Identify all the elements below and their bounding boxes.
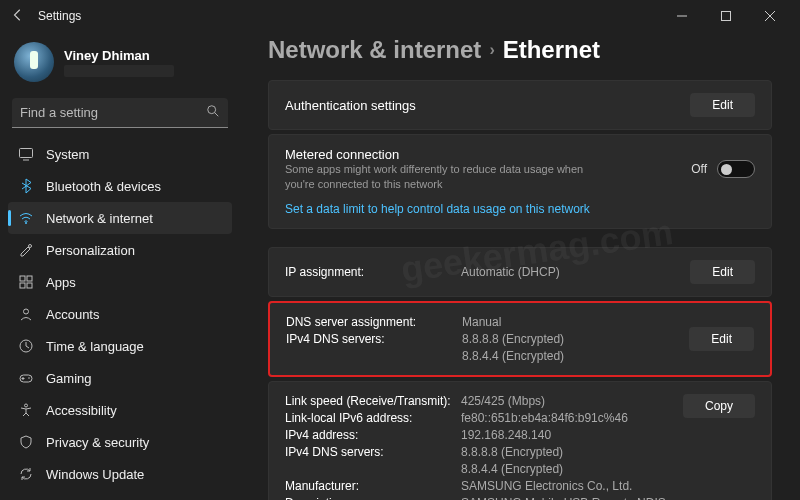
sidebar-item-label: Accounts <box>46 307 99 322</box>
detail-value: 192.168.248.140 <box>461 428 683 442</box>
svg-rect-12 <box>20 283 25 288</box>
detail-key: Manufacturer: <box>285 479 455 493</box>
time-icon <box>18 338 34 354</box>
privacy-icon <box>18 434 34 450</box>
svg-rect-10 <box>20 276 25 281</box>
auth-label: Authentication settings <box>285 98 416 113</box>
auth-edit-button[interactable]: Edit <box>690 93 755 117</box>
search-box[interactable] <box>12 98 228 128</box>
window-title: Settings <box>38 9 81 23</box>
sidebar: Viney Dhiman SystemBluetooth & devicesNe… <box>0 32 240 500</box>
wifi-icon <box>18 210 34 226</box>
svg-point-18 <box>25 404 28 407</box>
sidebar-item-gaming[interactable]: Gaming <box>8 362 232 394</box>
sidebar-item-wifi[interactable]: Network & internet <box>8 202 232 234</box>
sidebar-nav: SystemBluetooth & devicesNetwork & inter… <box>8 138 232 492</box>
svg-rect-13 <box>27 283 32 288</box>
sidebar-item-label: Gaming <box>46 371 92 386</box>
details-card: Link speed (Receive/Transmit):425/425 (M… <box>268 381 772 500</box>
update-icon <box>18 466 34 482</box>
metered-card: Metered connection Some apps might work … <box>268 134 772 229</box>
search-icon <box>206 104 220 121</box>
detail-key: Link-local IPv6 address: <box>285 411 455 425</box>
maximize-button[interactable] <box>704 0 748 32</box>
sidebar-item-bluetooth[interactable]: Bluetooth & devices <box>8 170 232 202</box>
apps-icon <box>18 274 34 290</box>
sidebar-item-label: Accessibility <box>46 403 117 418</box>
detail-key <box>285 462 455 476</box>
detail-value: 8.8.8.8 (Encrypted) <box>461 445 683 459</box>
dns-assignment-value: Manual <box>462 315 689 329</box>
profile-sub <box>64 65 174 77</box>
system-icon <box>18 146 34 162</box>
personalization-icon <box>18 242 34 258</box>
svg-rect-1 <box>722 12 731 21</box>
data-limit-link[interactable]: Set a data limit to help control data us… <box>285 202 590 216</box>
profile-name: Viney Dhiman <box>64 48 174 63</box>
sidebar-item-update[interactable]: Windows Update <box>8 458 232 490</box>
minimize-button[interactable] <box>660 0 704 32</box>
sidebar-item-apps[interactable]: Apps <box>8 266 232 298</box>
detail-value: 8.8.4.4 (Encrypted) <box>461 462 683 476</box>
svg-point-8 <box>25 222 27 224</box>
breadcrumb-parent[interactable]: Network & internet <box>268 36 481 64</box>
sidebar-item-accounts[interactable]: Accounts <box>8 298 232 330</box>
ip-edit-button[interactable]: Edit <box>690 260 755 284</box>
detail-key: Description: <box>285 496 455 500</box>
sidebar-item-label: Apps <box>46 275 76 290</box>
detail-key: Link speed (Receive/Transmit): <box>285 394 455 408</box>
profile-block[interactable]: Viney Dhiman <box>8 38 232 92</box>
sidebar-item-personalization[interactable]: Personalization <box>8 234 232 266</box>
ip-key: IP assignment: <box>285 265 455 279</box>
metered-label: Metered connection <box>285 147 605 162</box>
dns-card: DNS server assignment: Manual IPv4 DNS s… <box>268 301 772 377</box>
gaming-icon <box>18 370 34 386</box>
detail-value: fe80::651b:eb4a:84f6:b91c%46 <box>461 411 683 425</box>
close-button[interactable] <box>748 0 792 32</box>
metered-desc: Some apps might work differently to redu… <box>285 162 605 192</box>
sidebar-item-privacy[interactable]: Privacy & security <box>8 426 232 458</box>
dns-edit-button[interactable]: Edit <box>689 327 754 351</box>
auth-card: Authentication settings Edit <box>268 80 772 130</box>
accounts-icon <box>18 306 34 322</box>
sidebar-item-label: Bluetooth & devices <box>46 179 161 194</box>
detail-key: IPv4 DNS servers: <box>285 445 455 459</box>
dns-servers-key: IPv4 DNS servers: <box>286 332 456 346</box>
titlebar: Settings <box>0 0 800 32</box>
back-button[interactable] <box>8 8 28 25</box>
sidebar-item-label: Windows Update <box>46 467 144 482</box>
accessibility-icon <box>18 402 34 418</box>
svg-point-17 <box>28 377 30 379</box>
dns-assignment-key: DNS server assignment: <box>286 315 456 329</box>
dns-server-2: 8.8.4.4 (Encrypted) <box>462 349 689 363</box>
search-input[interactable] <box>20 105 206 120</box>
avatar <box>14 42 54 82</box>
svg-rect-6 <box>20 149 33 158</box>
breadcrumb-current: Ethernet <box>503 36 600 64</box>
metered-toggle[interactable] <box>717 160 755 178</box>
detail-value: 425/425 (Mbps) <box>461 394 683 408</box>
sidebar-item-label: Privacy & security <box>46 435 149 450</box>
sidebar-item-time[interactable]: Time & language <box>8 330 232 362</box>
svg-point-9 <box>29 245 32 248</box>
dns-server-1: 8.8.8.8 (Encrypted) <box>462 332 689 346</box>
svg-point-4 <box>208 106 216 114</box>
sidebar-item-accessibility[interactable]: Accessibility <box>8 394 232 426</box>
main-panel: Network & internet › Ethernet Authentica… <box>240 32 800 500</box>
sidebar-item-system[interactable]: System <box>8 138 232 170</box>
bluetooth-icon <box>18 178 34 194</box>
ip-value: Automatic (DHCP) <box>461 265 690 279</box>
svg-point-14 <box>24 309 29 314</box>
detail-key: IPv4 address: <box>285 428 455 442</box>
svg-line-5 <box>215 113 219 117</box>
chevron-right-icon: › <box>489 41 494 59</box>
breadcrumb: Network & internet › Ethernet <box>268 36 772 64</box>
metered-toggle-state: Off <box>691 162 707 176</box>
sidebar-item-label: System <box>46 147 89 162</box>
ip-card: IP assignment: Automatic (DHCP) Edit <box>268 247 772 297</box>
detail-value: SAMSUNG Electronics Co., Ltd. <box>461 479 683 493</box>
detail-value: SAMSUNG Mobile USB Remote NDIS Network D… <box>461 496 683 500</box>
copy-button[interactable]: Copy <box>683 394 755 418</box>
sidebar-item-label: Time & language <box>46 339 144 354</box>
sidebar-item-label: Personalization <box>46 243 135 258</box>
